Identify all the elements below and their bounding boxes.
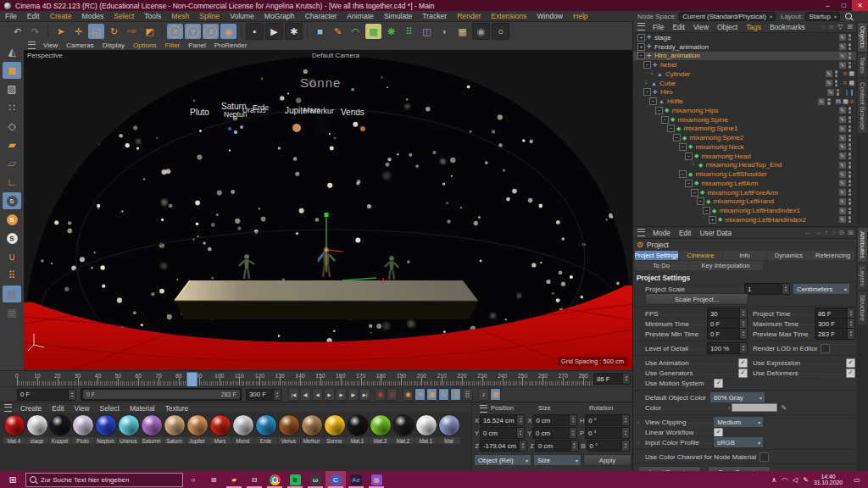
material-sphere[interactable] [186,414,209,436]
material-sphere[interactable] [370,414,392,436]
object-name[interactable]: mixamorig:LeftArm [701,180,758,187]
position-z-field[interactable]: -179.04 cm▲▼ [480,440,527,452]
model-mode-button[interactable]: ◼ [3,62,21,79]
toggle-record-position[interactable]: ✛ [415,388,426,401]
visibility-dots[interactable] [849,152,852,160]
expand-toggle[interactable]: − [703,207,710,214]
layer-toggle-icon[interactable]: ✎ [827,89,834,96]
material-sphere[interactable] [415,414,437,436]
layout-search-icon[interactable] [845,13,852,19]
object-name[interactable]: Hüfte [667,97,683,105]
object-tag-icon[interactable]: ▦ [849,80,854,86]
menu-item-file[interactable]: File [5,12,17,20]
tray-icon[interactable]: ∧ [771,476,776,484]
tab-dynamics[interactable]: Dynamics [767,251,810,260]
object-name[interactable]: hebel [660,61,677,69]
rotation-p-field[interactable]: 0 °▲▼ [585,427,630,439]
pen-tool-button[interactable]: ✎ [330,24,346,39]
object-tree-item-mixamorig-leftforearm[interactable]: −◆mixamorig:LeftForeArm✎ [633,188,857,197]
color-picker-icon[interactable]: ✎ [781,404,787,412]
menu-item-texture[interactable]: Texture [165,404,188,413]
prev-key-button[interactable]: ◀| [300,388,311,401]
after-effects-icon[interactable]: Ae [346,471,366,488]
task-view-icon[interactable]: ⊞ [203,471,224,488]
object-tree-item-mixamorig-headtop-end[interactable]: └◆mixamorig:HeadTop_End✎ [633,161,857,170]
layer-toggle-icon[interactable]: ✎ [839,180,846,186]
minimal-timeline-button[interactable]: ▦ [490,388,501,401]
material-sphere[interactable] [209,414,231,436]
generators-button[interactable]: ❋ [383,24,399,39]
autokeying-button[interactable]: ◎ [387,388,398,401]
menu-item-character[interactable]: Character [305,12,337,20]
preview-max-field[interactable]: 283 F ▲▼ [815,328,855,340]
live-selection-tool[interactable]: ➤ [53,24,69,39]
tray-icon[interactable]: ✎ [803,476,809,484]
expand-toggle[interactable]: − [679,170,687,178]
material-sphere[interactable] [392,414,415,436]
viewport-canvas[interactable]: Perspective Default Camera Grid Spacing … [24,50,632,369]
layer-toggle-icon[interactable]: ✎ [839,198,846,205]
object-name[interactable]: mixamorig:LeftShoulder [695,170,766,178]
workplane-mode-button[interactable]: ▦ [3,286,21,302]
object-tag-icon[interactable]: ▦ [849,70,854,77]
cortana-icon[interactable]: ○ [183,471,203,488]
menu-item-object[interactable]: Object [717,23,737,31]
expand-toggle[interactable]: − [661,116,669,124]
expand-toggle[interactable]: − [667,125,675,132]
attribute-manager-tool-icon[interactable]: ⊞ [848,229,854,236]
tray-icon[interactable]: ◠ [782,476,787,484]
quantize-button[interactable]: ⠿ [3,267,21,284]
object-tree-item-mixamorig-spine[interactable]: −◆mixamorig:Spine✎ [633,115,857,125]
scale-project-button[interactable]: Scale Project... [645,293,748,305]
prev-frame-button[interactable]: ◀ [312,388,323,401]
menu-item-view[interactable]: View [693,23,709,31]
object-tree-item-mixamorig-lefthandindex1[interactable]: −◆mixamorig:LeftHandIndex1✎ [633,206,857,215]
attribute-manager-tool-icon[interactable]: → [815,229,821,236]
scale-tool[interactable]: ◱ [88,24,104,39]
menu-item-edit[interactable]: Edit [52,404,64,413]
material-mond[interactable]: Mond [231,414,254,444]
deformer-button[interactable]: ◗ [437,24,453,39]
project-scale-unit-dropdown[interactable]: Centimeters▾ [793,283,850,295]
visibility-dots[interactable] [849,161,852,169]
visibility-dots[interactable] [849,143,852,151]
tab-project-settings[interactable]: Project Settings [635,251,678,260]
menu-item-volume[interactable]: Volume [230,12,254,20]
last-tool-used[interactable]: ◩ [142,24,158,39]
object-tree-item-mixamorig-lefthandindex2[interactable]: +◆mixamorig:LeftHandIndex2✎ [633,215,857,225]
visibility-dots[interactable] [827,97,831,105]
render-lod-checkbox[interactable] [821,344,830,353]
preview-min-field[interactable]: 0 F ▲▼ [707,328,748,340]
object-name[interactable]: mixamorig:Spine [677,116,728,124]
toggle-record-parameter[interactable]: Ⓟ [450,388,461,401]
next-key-button[interactable]: |▶ [348,388,359,401]
object-tree-item-hiro-animation[interactable]: −✛Hiro_animation✎ [633,52,857,61]
expand-toggle[interactable]: − [691,189,698,197]
expand-toggle[interactable]: − [673,134,681,141]
object-name[interactable]: Cube [659,80,676,87]
panel-tab-content-browser[interactable]: Content Browser [858,79,867,134]
use-expression-checkbox[interactable]: ✓ [846,358,855,368]
object-tree-item-stage[interactable]: +✛stage✎ [633,33,857,42]
point-mode-button[interactable]: ∷ [3,99,21,116]
visibility-dots[interactable] [849,180,852,187]
keyframe-selection-button[interactable]: ◉ [403,388,414,401]
attribute-manager-tool-icon[interactable]: ↑ [825,229,828,236]
menu-item-mograph[interactable]: MoGraph [264,12,295,20]
render-settings-button[interactable]: ✱ [285,23,303,40]
goto-start-button[interactable]: |◀ [288,388,299,401]
taskbar-clock[interactable]: 14:4031.10.2020 [814,474,843,486]
layer-toggle-icon[interactable]: ✎ [839,34,846,41]
menu-item-cameras[interactable]: Cameras [66,42,93,49]
level-of-detail-field[interactable]: 100 % ▲▼ [707,342,748,354]
menu-item-edit[interactable]: Edit [673,23,685,31]
object-tree-item-mixamorig-leftarm[interactable]: −◆mixamorig:LeftArm✎ [633,179,857,188]
material-sphere[interactable] [255,414,277,436]
discord-icon[interactable]: ω [305,471,326,488]
visibility-dots[interactable] [849,61,852,69]
object-name[interactable]: mixamorig:Spine2 [689,134,743,141]
attribute-manager-tool-icon[interactable]: ◌ [832,229,836,236]
minimize-button[interactable]: – [820,0,836,11]
visibility-dots[interactable] [849,43,852,51]
material-mars[interactable]: Mars [209,414,231,444]
